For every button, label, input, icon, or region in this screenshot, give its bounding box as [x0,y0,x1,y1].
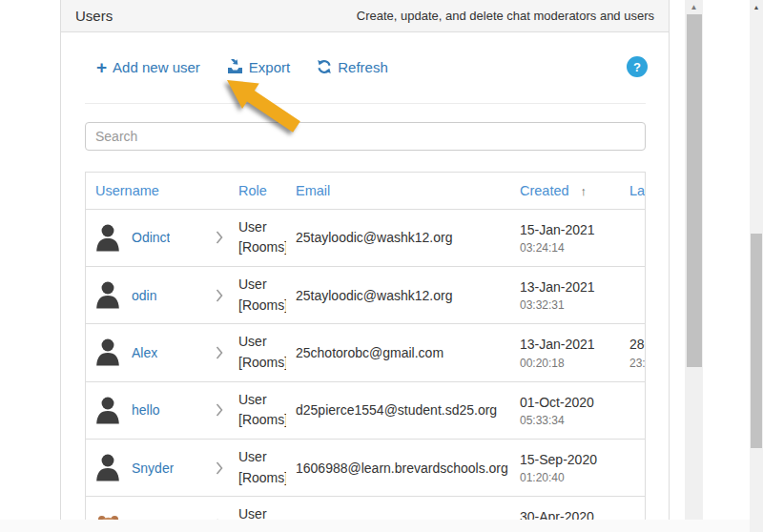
role-cell: User [Rooms] [229,440,286,497]
role-line1: User [238,217,286,238]
panel-subtitle: Create, update, and delete chat moderato… [357,9,654,23]
scroll-up-arrow-icon[interactable]: ▲ [750,2,763,13]
table-row: Alex User [Rooms] 25chotorobc@gmail.com … [86,324,646,381]
last-cell: 28-F 23:47: [620,324,646,381]
last-cell [620,381,646,439]
created-time: 01:20:40 [520,471,620,484]
role-line2: [Rooms] [238,468,286,489]
created-time: 03:32:31 [520,298,620,312]
role-cell: User [Rooms] [229,324,286,381]
created-time: 05:33:34 [520,414,620,427]
toolbar-divider [85,103,646,104]
export-label: Export [249,59,290,75]
sort-ascending-arrow-icon: ↑ [581,184,588,198]
bottom-strip [0,520,750,532]
plus-icon: + [96,58,107,76]
table-row: Snyder User [Rooms] 1606988@learn.brevar… [86,440,646,497]
column-header-role[interactable]: Role [229,173,286,209]
inner-scrollbar[interactable]: ▲ [685,0,703,520]
email-cell: 1606988@learn.brevardschools.org [286,440,510,497]
add-new-user-label: Add new user [113,59,200,75]
outer-scrollbar-thumb[interactable] [751,234,762,448]
created-cell: 01-Oct-2020 05:33:34 [510,381,620,439]
created-time: 03:24:14 [520,241,620,255]
refresh-icon [317,59,332,74]
role-line2: [Rooms] [238,410,286,431]
email-cell: 25tayloodic@washk12.org [286,209,510,266]
created-date: 13-Jan-2021 [520,336,620,353]
role-line2: [Rooms] [238,296,286,317]
users-panel: Users Create, update, and delete chat mo… [60,0,670,532]
last-cell [620,266,646,323]
email-cell: d25pierce1554@student.sd25.org [286,381,510,439]
scroll-up-arrow-icon[interactable]: ▲ [685,1,703,14]
last-cell [620,440,646,497]
created-date: 13-Jan-2021 [520,278,620,296]
chevron-right-icon[interactable] [216,346,223,359]
table-row: odin User [Rooms] 25tayloodic@washk12.or… [86,266,646,323]
created-cell: 15-Sep-2020 01:20:40 [510,440,620,497]
refresh-button[interactable]: Refresh [317,59,388,75]
created-date: 15-Sep-2020 [520,451,620,468]
role-line1: User [238,332,286,353]
help-button[interactable]: ? [627,56,648,77]
last-time: 23:47: [629,357,646,370]
role-cell: User [Rooms] [229,381,286,439]
username-link[interactable]: odin [132,288,156,303]
page: { "panel": { "title": "Users", "subtitle… [0,0,763,532]
users-table: Username Role Email Created↑ Last [86,173,646,532]
created-time: 00:20:18 [520,357,620,370]
created-cell: 13-Jan-2021 00:20:18 [510,324,620,381]
created-cell: 13-Jan-2021 03:32:31 [510,266,620,323]
chevron-right-icon[interactable] [216,461,223,475]
role-line2: [Rooms] [238,353,286,374]
table-header-row: Username Role Email Created↑ Last [86,173,646,209]
toolbar: + Add new user Export [96,55,646,78]
chevron-right-icon[interactable] [216,231,223,244]
email-cell: 25tayloodic@washk12.org [286,266,510,323]
users-table-container: Username Role Email Created↑ Last [85,172,646,532]
table-row: hello User [Rooms] d25pierce1554@student… [86,381,646,439]
column-header-email[interactable]: Email [286,173,510,209]
role-line1: User [238,275,286,296]
chevron-right-icon[interactable] [216,403,223,417]
last-date: 28-F [629,336,646,353]
last-cell [620,209,646,266]
column-header-created[interactable]: Created↑ [510,173,620,209]
created-date: 15-Jan-2021 [520,221,620,238]
role-line1: User [238,447,286,468]
role-cell: User [Rooms] [229,266,286,323]
page-title: Users [75,8,113,24]
role-line1: User [238,390,286,411]
person-avatar-icon [95,338,120,366]
panel-heading: Users Create, update, and delete chat mo… [61,0,669,32]
column-header-last[interactable]: Last [620,173,646,209]
person-avatar-icon [95,454,120,481]
created-cell: 15-Jan-2021 03:24:14 [510,209,620,266]
inner-scrollbar-thumb[interactable] [687,14,702,367]
column-header-username[interactable]: Username [86,173,229,209]
created-date: 01-Oct-2020 [520,394,620,411]
chevron-right-icon[interactable] [216,289,223,302]
username-link[interactable]: Snyder [132,460,174,476]
person-avatar-icon [95,281,120,309]
role-cell: User [Rooms] [229,209,286,266]
outer-scrollbar[interactable]: ▲ [750,0,763,532]
role-line2: [Rooms] [238,237,286,258]
add-new-user-button[interactable]: + Add new user [96,58,200,76]
refresh-label: Refresh [338,59,388,75]
table-row: Odinct User [Rooms] 25tayloodic@washk12.… [86,209,646,266]
username-link[interactable]: hello [132,402,160,418]
email-cell: 25chotorobc@gmail.com [286,324,510,381]
person-avatar-icon [95,224,120,252]
export-download-icon [227,59,243,74]
export-button[interactable]: Export [227,59,290,75]
question-mark-icon: ? [633,60,641,74]
panel-body: + Add new user Export [61,55,669,532]
username-link[interactable]: Alex [132,345,157,360]
username-link[interactable]: Odinct [132,230,170,245]
person-avatar-icon [95,397,120,424]
search-input[interactable] [85,122,646,151]
